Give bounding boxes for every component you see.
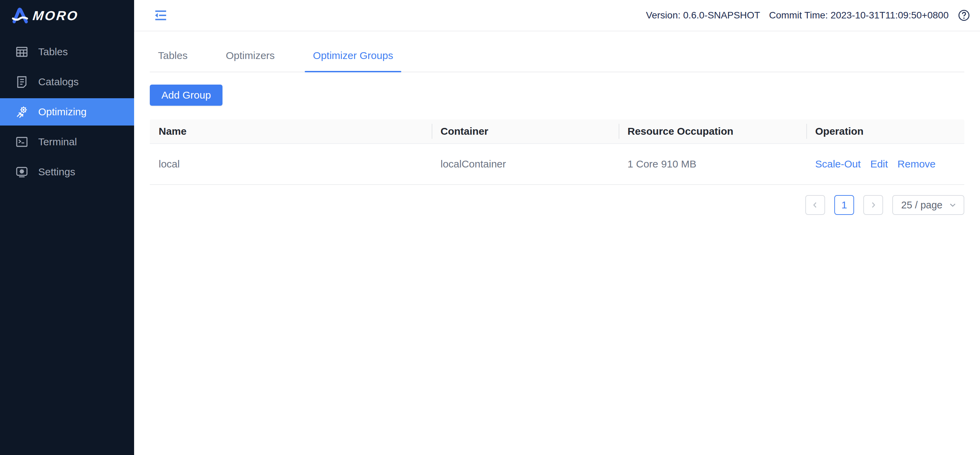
tab-optimizers[interactable]: Optimizers (218, 40, 283, 71)
column-header-container: Container (432, 125, 619, 137)
sidebar-item-settings[interactable]: Settings (0, 158, 134, 185)
sidebar-item-catalogs[interactable]: Catalogs (0, 68, 134, 95)
sidebar-item-terminal[interactable]: Terminal (0, 128, 134, 155)
tab-optimizer-groups[interactable]: Optimizer Groups (305, 40, 401, 71)
topbar-meta: Version: 0.6.0-SNAPSHOT Commit Time: 202… (646, 9, 970, 22)
cell-container: localContainer (432, 158, 619, 170)
column-header-name: Name (150, 125, 432, 137)
settings-monitor-icon (15, 165, 29, 179)
pagination-next-button[interactable] (863, 195, 883, 215)
sidebar-menu: Tables Catalogs (0, 35, 134, 188)
cell-operations: Scale-Out Edit Remove (806, 158, 964, 170)
optimizing-page: Tables Optimizers Optimizer Groups Add G… (134, 32, 980, 455)
chevron-right-icon (869, 201, 877, 209)
sidebar-item-tables[interactable]: Tables (0, 38, 134, 65)
optimizer-groups-table: Name Container Resource Occupation Opera… (150, 119, 964, 185)
tables-grid-icon (15, 45, 29, 59)
optimizing-gear-icon (15, 105, 29, 119)
page-size-value: 25 / page (901, 200, 942, 211)
table-header-row: Name Container Resource Occupation Opera… (150, 119, 964, 144)
edit-link[interactable]: Edit (870, 158, 888, 170)
amoro-logo[interactable]: MORO (0, 0, 134, 32)
add-group-button[interactable]: Add Group (150, 85, 223, 106)
topbar: Version: 0.6.0-SNAPSHOT Commit Time: 202… (134, 0, 980, 32)
tab-tables[interactable]: Tables (150, 40, 196, 71)
page-size-select[interactable]: 25 / page (892, 195, 964, 215)
amoro-logo-text: MORO (32, 8, 80, 23)
sidebar-item-label: Optimizing (38, 106, 87, 118)
pagination-page-1-button[interactable]: 1 (834, 195, 854, 215)
sidebar-item-label: Tables (38, 46, 68, 58)
catalogs-list-icon (15, 75, 29, 89)
pagination: 1 25 / page (150, 195, 964, 215)
chevron-left-icon (811, 201, 819, 209)
version-label: Version: 0.6.0-SNAPSHOT (646, 10, 760, 21)
sidebar: MORO Tables Catalogs (0, 0, 134, 455)
column-header-resource-occupation: Resource Occupation (619, 125, 806, 137)
terminal-icon (15, 135, 29, 149)
amoro-logo-a-icon (11, 7, 29, 24)
commit-time-label: Commit Time: 2023-10-31T11:09:50+0800 (769, 10, 948, 21)
amoro-app: MORO Tables Catalogs (0, 0, 980, 455)
chevron-down-icon (948, 201, 957, 209)
question-circle-icon[interactable] (958, 9, 970, 22)
cell-resource-occupation: 1 Core 910 MB (619, 158, 806, 170)
sidebar-item-label: Terminal (38, 136, 77, 148)
pagination-prev-button[interactable] (805, 195, 825, 215)
remove-link[interactable]: Remove (897, 158, 935, 170)
table-row: local localContainer 1 Core 910 MB Scale… (150, 144, 964, 185)
menu-fold-icon[interactable] (153, 8, 168, 23)
sidebar-item-label: Catalogs (38, 76, 78, 88)
cell-group-name: local (150, 158, 432, 170)
sidebar-item-optimizing[interactable]: Optimizing (0, 98, 134, 125)
main-area: Version: 0.6.0-SNAPSHOT Commit Time: 202… (134, 0, 980, 455)
sidebar-item-label: Settings (38, 166, 75, 178)
column-header-operation: Operation (806, 125, 964, 137)
scale-out-link[interactable]: Scale-Out (815, 158, 861, 170)
optimizing-tabs: Tables Optimizers Optimizer Groups (150, 32, 964, 72)
